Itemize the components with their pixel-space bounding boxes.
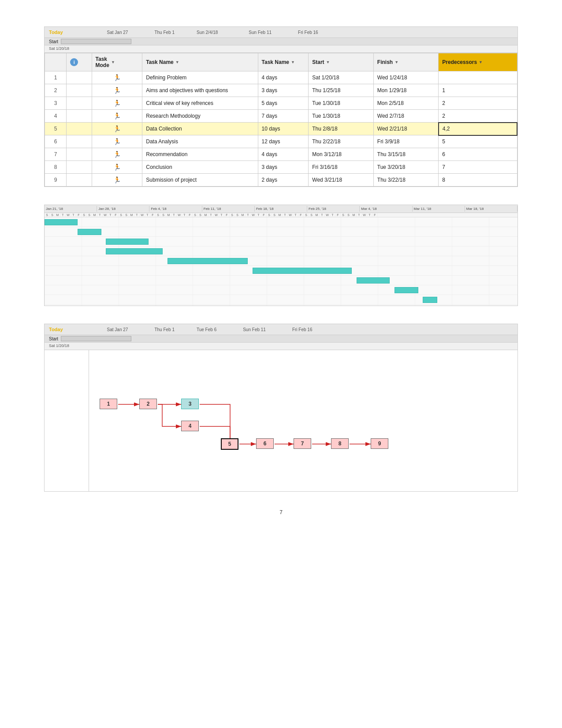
network-sun-feb11: Sun Feb 11 bbox=[243, 327, 266, 332]
gantt-day-cell: F bbox=[261, 213, 267, 217]
gantt-day-cell: S bbox=[50, 213, 55, 217]
row-number-cell: 2 bbox=[45, 84, 67, 97]
gantt-day-cell: M bbox=[55, 213, 60, 217]
finish-cell: Mon 1/29/18 bbox=[373, 84, 439, 97]
gantt-date-label: Feb 11, '18 bbox=[202, 206, 255, 212]
start-cell: Sat 1/20/18 bbox=[309, 71, 374, 84]
gantt-day-cell: W bbox=[177, 213, 182, 217]
col-task-mode-label: TaskMode bbox=[96, 56, 109, 68]
col-task-name[interactable]: Task Name ▼ bbox=[142, 53, 258, 71]
gantt-day-cell: T bbox=[256, 213, 261, 217]
finish-cell: Mon 2/5/18 bbox=[373, 97, 439, 110]
col-finish-label: Finish bbox=[377, 59, 393, 65]
start-cell: Thu 1/25/18 bbox=[309, 84, 374, 97]
gantt-day-cell: S bbox=[309, 213, 314, 217]
info-icon: i bbox=[70, 58, 78, 66]
col-finish[interactable]: Finish ▼ bbox=[373, 53, 439, 71]
predecessors-cell: 6 bbox=[439, 148, 517, 161]
gantt-date-label: Mar 11, '18 bbox=[413, 206, 465, 212]
start-cell: Tue 1/30/18 bbox=[309, 110, 374, 123]
thu-feb1-label: Thu Feb 1 bbox=[154, 30, 175, 35]
task-mode-cell: 🏃 bbox=[92, 161, 142, 174]
start-cell: Wed 3/21/18 bbox=[309, 174, 374, 187]
table-row: 7🏃Recommendation4 daysMon 3/12/18Thu 3/1… bbox=[45, 148, 517, 161]
gantt-day-cell: S bbox=[235, 213, 240, 217]
network-thu-feb1: Thu Feb 1 bbox=[154, 327, 175, 332]
gantt-bar bbox=[167, 258, 248, 264]
task-name-cell: Recommendation bbox=[142, 148, 258, 161]
task-name-cell: Submission of project bbox=[142, 174, 258, 187]
gantt-day-cell: S bbox=[267, 213, 272, 217]
gantt-chart-dates: Jan 21, '18Jan 28, '18Feb 4, '18Feb 11, … bbox=[45, 205, 517, 213]
gantt-day-cell: S bbox=[272, 213, 277, 217]
network-fri-feb16: Fri Feb 16 bbox=[292, 327, 313, 332]
gantt-day-cell: T bbox=[283, 213, 288, 217]
network-body: 123456789 bbox=[45, 350, 517, 491]
gantt-day-cell: S bbox=[304, 213, 309, 217]
network-start-label: Start bbox=[49, 336, 58, 341]
gantt-day-cell: M bbox=[240, 213, 246, 217]
col-task-mode[interactable]: TaskMode ▼ bbox=[92, 53, 142, 71]
gantt-date-label: Jan 28, '18 bbox=[97, 206, 149, 212]
gantt-day-row: SSMTWTFSSMTWTFSSMTWTFSSMTWTFSSMTWTFSSMTW… bbox=[45, 213, 517, 217]
gantt-bar bbox=[395, 287, 418, 293]
col-predecessors[interactable]: Predecessors ▼ bbox=[439, 53, 517, 71]
info-cell bbox=[67, 123, 92, 135]
gantt-day-cell: S bbox=[230, 213, 235, 217]
gantt-day-cell: W bbox=[66, 213, 71, 217]
gantt-bar bbox=[253, 268, 352, 274]
gantt-day-cell: F bbox=[298, 213, 304, 217]
gantt-day-cell: M bbox=[166, 213, 171, 217]
task-mode-cell: 🏃 bbox=[92, 174, 142, 187]
gantt-day-cell: T bbox=[219, 213, 224, 217]
gantt-bar-row bbox=[45, 227, 517, 237]
predecessors-cell: 8 bbox=[439, 174, 517, 187]
network-node-4: 4 bbox=[181, 421, 199, 431]
col-duration[interactable]: Task Name ▼ bbox=[258, 53, 309, 71]
task-name-cell: Critical view of key refrences bbox=[142, 97, 258, 110]
col-row-num bbox=[45, 53, 67, 71]
gantt-day-cell: T bbox=[246, 213, 251, 217]
gantt-day-cell: W bbox=[103, 213, 108, 217]
sun-feb4-label: Sun 2/4/18 bbox=[197, 30, 218, 35]
gantt-bar-row bbox=[45, 276, 517, 285]
gantt-bar bbox=[423, 297, 437, 303]
gantt-day-cell: T bbox=[134, 213, 140, 217]
gantt-day-cell: S bbox=[161, 213, 166, 217]
network-start-date: Sat 1/20/18 bbox=[49, 343, 69, 348]
gantt-day-cell: M bbox=[92, 213, 97, 217]
gantt-day-cell: W bbox=[325, 213, 330, 217]
gantt-day-cell: F bbox=[187, 213, 193, 217]
page-number: 7 bbox=[44, 509, 518, 515]
row-number-cell: 7 bbox=[45, 148, 67, 161]
table-row: 1🏃Defining Problem4 daysSat 1/20/18Wed 1… bbox=[45, 71, 517, 84]
task-table: i TaskMode ▼ Task Name ▼ Task N bbox=[45, 53, 517, 187]
gantt-bar-row bbox=[45, 237, 517, 246]
row-number-cell: 4 bbox=[45, 110, 67, 123]
task-name-cell: Research Methodology bbox=[142, 110, 258, 123]
task-mode-cell: 🏃 bbox=[92, 97, 142, 110]
predecessors-cell bbox=[439, 71, 517, 84]
gantt-day-cell: F bbox=[335, 213, 341, 217]
duration-cell: 3 days bbox=[258, 84, 309, 97]
duration-cell: 2 days bbox=[258, 174, 309, 187]
predecessors-cell: 2 bbox=[439, 97, 517, 110]
info-cell bbox=[67, 71, 92, 84]
start-cell: Thu 2/22/18 bbox=[309, 135, 374, 148]
finish-cell: Fri 3/9/18 bbox=[373, 135, 439, 148]
start-sort-arrow: ▼ bbox=[326, 60, 330, 64]
task-mode-cell: 🏃 bbox=[92, 148, 142, 161]
gantt-chart-section: Jan 21, '18Jan 28, '18Feb 4, '18Feb 11, … bbox=[44, 205, 518, 306]
task-mode-cell: 🏃 bbox=[92, 84, 142, 97]
gantt-day-cell: S bbox=[119, 213, 124, 217]
finish-cell: Wed 1/24/18 bbox=[373, 71, 439, 84]
gantt-day-cell: S bbox=[198, 213, 203, 217]
start-cell: Thu 2/8/18 bbox=[309, 123, 374, 135]
info-cell bbox=[67, 97, 92, 110]
task-name-cell: Aims and objectives with questions bbox=[142, 84, 258, 97]
predecessors-sort-arrow: ▼ bbox=[479, 60, 483, 64]
gantt-day-cell: S bbox=[156, 213, 161, 217]
gantt-date-label: Feb 18, '18 bbox=[255, 206, 307, 212]
col-start[interactable]: Start ▼ bbox=[309, 53, 374, 71]
info-cell bbox=[67, 148, 92, 161]
